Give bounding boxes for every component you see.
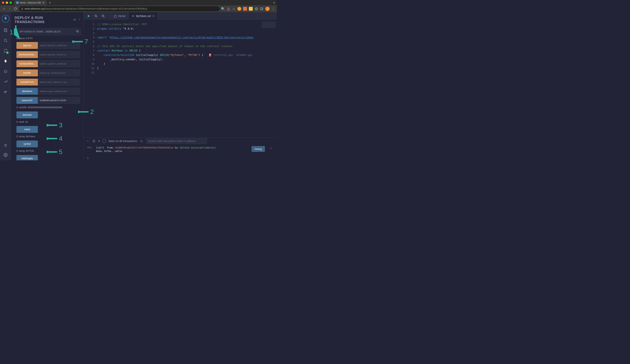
settings-icon[interactable] [3,152,8,158]
balanceof-input[interactable] [38,97,75,104]
new-tab-button[interactable]: + [48,0,52,5]
reload-button[interactable] [14,7,18,11]
pending-count: 0 [98,140,100,143]
totalsupply-button[interactable]: totalSupply [16,155,38,160]
chevron-down-icon[interactable] [269,146,273,151]
address-bar[interactable]: remix.ethereum.org/#lang=en&optimize=fal… [19,6,220,11]
decreaseallow--button[interactable]: decreaseAllow... [16,51,38,58]
svg-marker-13 [88,15,90,17]
svg-point-7 [4,39,7,42]
svg-marker-21 [132,15,134,17]
debug-button[interactable]: Debug [252,146,265,152]
sidepanel-icon[interactable] [260,7,264,10]
transfer-input[interactable] [38,69,75,76]
chevron-right-icon[interactable] [78,18,81,21]
run-icon[interactable] [86,14,91,18]
svg-line-25 [142,142,142,142]
allowance-button[interactable]: allowance [16,88,38,95]
extensions-icon[interactable] [254,7,258,10]
profile-avatar[interactable] [265,7,270,11]
deploy-icon[interactable] [3,58,8,64]
listen-checkbox[interactable] [102,139,106,143]
compiler-icon[interactable] [3,48,8,53]
transfer-button[interactable]: transfer [16,69,38,76]
extension-icon[interactable] [243,7,247,11]
file-explorer-icon[interactable] [3,27,8,33]
svg-point-24 [140,140,142,142]
browser-tab-title: Remix - Ethereum IDE [20,1,41,4]
bookmark-icon[interactable]: ☆ [232,7,236,10]
tabs-dropdown-icon[interactable]: ▾ [273,1,275,4]
increaseallow--button[interactable]: increaseAllow... [16,60,38,67]
back-button[interactable] [2,7,6,11]
decreaseallow--input[interactable] [38,51,75,58]
debugger-icon[interactable] [3,69,8,74]
increaseallow--input[interactable] [38,60,75,67]
call-tag: CALL [87,146,92,149]
home-icon [114,14,117,17]
minimap[interactable] [262,21,276,28]
tab-file-label: MyToken.sol [136,14,151,17]
decimals-output: 0: uint8: 18 [11,120,84,123]
clear-icon[interactable] [92,139,96,143]
browser-tab[interactable]: Remix - Ethereum IDE ✕ [14,0,47,5]
transferfrom-input[interactable] [38,79,75,86]
analytics-icon[interactable] [3,79,8,84]
check-badge-icon [6,51,8,54]
chevron-down-icon[interactable] [75,51,80,58]
url-path: /#lang=en&optimize=false&runs=200&evmVer… [44,7,147,10]
chevron-down-icon[interactable] [75,69,80,76]
extension-icon[interactable] [249,7,253,11]
name-output: 0: string: MyToken [11,135,84,138]
window-minimize[interactable] [6,1,8,4]
svg-line-18 [104,16,104,17]
forward-button[interactable] [8,7,12,11]
approve-button[interactable]: approve [16,42,38,49]
plugin-icon[interactable] [3,143,8,148]
window-maximize[interactable] [10,1,12,4]
zoom-icon[interactable]: 🔍 [221,7,225,10]
listen-label: listen on all transactions [108,140,137,143]
chevron-down-icon[interactable] [75,79,80,86]
zoom-in-icon[interactable] [101,14,106,18]
tab-file[interactable]: MyToken.sol ✕ [129,12,158,20]
close-tab-icon[interactable]: ✕ [152,14,155,17]
window-close[interactable] [2,1,4,4]
lock-icon [21,8,23,10]
zoom-out-icon[interactable] [94,14,98,18]
close-tab-icon[interactable]: ✕ [42,1,45,4]
solidity-icon [132,15,134,17]
terminal-prompt[interactable]: > [84,156,277,160]
tab-home[interactable]: Home [110,12,129,20]
panel-title: DEPLOY & RUN TRANSACTIONS [14,16,71,24]
allowance-input[interactable] [38,88,75,95]
terminal-search-input[interactable]: Search with transaction hash or address [146,138,207,144]
remix-logo-icon[interactable] [2,15,9,22]
chevron-down-icon[interactable] [86,139,90,143]
share-icon[interactable] [227,7,230,10]
menu-icon[interactable]: ⋮ [272,7,275,10]
chevron-down-icon[interactable] [75,88,80,95]
symbol-button[interactable]: symbol [16,141,38,147]
contract-balance: Balance: 0 ETH [11,37,84,42]
search-icon[interactable] [140,139,143,143]
balanceof-output: 0: uint256: 800000000000000000000000000 [11,106,84,109]
chevron-down-icon[interactable] [75,97,80,104]
extension-icon[interactable] [238,7,241,11]
chevron-down-icon[interactable] [75,42,80,49]
name-button[interactable]: name [16,126,38,133]
copy-icon[interactable] [76,30,79,34]
decimals-button[interactable]: decimals [16,111,38,118]
terminal-log: [call] from: 0x3B939FeaD1557C741Ff06492F… [96,146,248,153]
approve-input[interactable] [38,42,75,49]
chevron-down-icon[interactable] [16,30,18,33]
verify-icon[interactable] [3,89,8,95]
search-icon[interactable] [3,38,8,43]
transferfrom-button[interactable]: transferFrom [16,79,38,86]
svg-rect-2 [260,8,263,10]
contract-title: MYTOKEN AT 0X980...34EB6 (BLOC [20,30,74,33]
balanceof-button[interactable]: balanceOf [16,97,38,104]
url-host: remix.ethereum.org [24,7,44,10]
symbol-output: 0: string: MYTOK [11,149,84,152]
chevron-down-icon[interactable] [75,60,80,67]
